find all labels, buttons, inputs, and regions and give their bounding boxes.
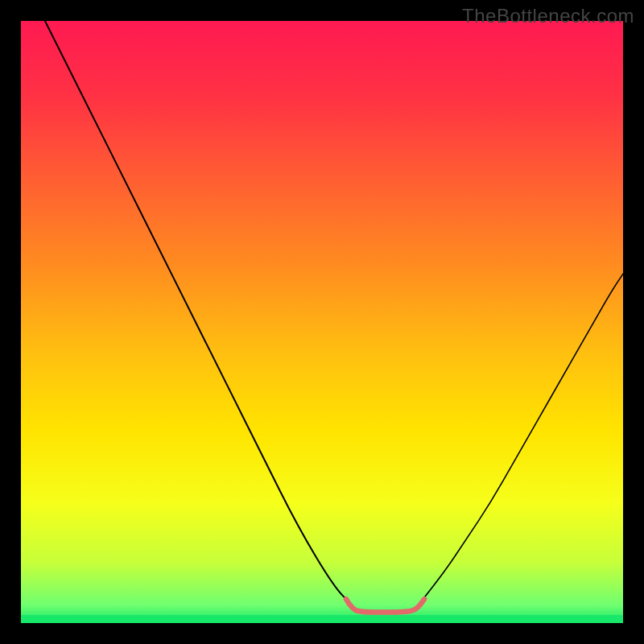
gradient-background xyxy=(21,21,623,623)
chart-frame: TheBottleneck.com xyxy=(0,0,644,644)
watermark-text: TheBottleneck.com xyxy=(462,5,634,27)
bottom-stripe xyxy=(21,615,623,623)
plot-area xyxy=(21,21,623,623)
plot-svg xyxy=(21,21,623,623)
